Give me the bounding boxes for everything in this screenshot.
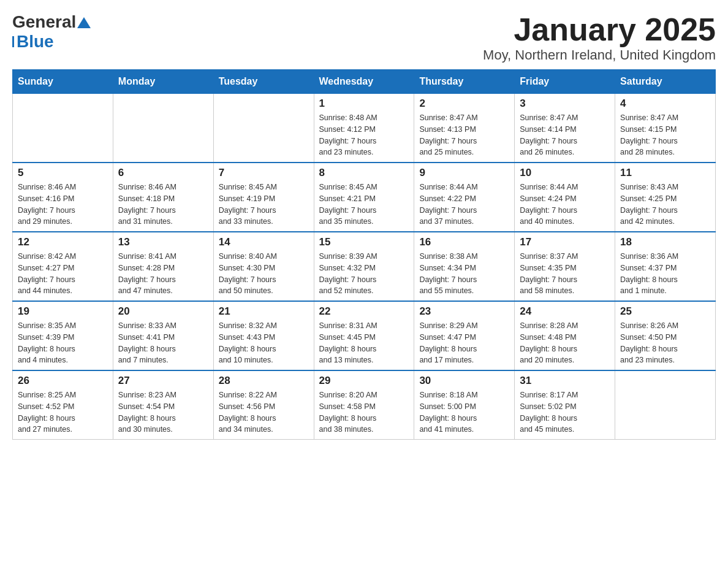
calendar-cell-w5-d7	[615, 370, 716, 440]
day-info: Sunrise: 8:18 AM Sunset: 5:00 PM Dayligh…	[419, 389, 509, 435]
day-number: 12	[18, 236, 108, 248]
calendar-cell-w5-d4: 29Sunrise: 8:20 AM Sunset: 4:58 PM Dayli…	[314, 370, 414, 440]
day-number: 14	[219, 236, 309, 248]
calendar-cell-w2-d7: 11Sunrise: 8:43 AM Sunset: 4:25 PM Dayli…	[615, 163, 716, 232]
title-block: January 2025 Moy, Northern Ireland, Unit…	[483, 12, 716, 63]
day-number: 16	[419, 236, 509, 248]
week-row-5: 26Sunrise: 8:25 AM Sunset: 4:52 PM Dayli…	[13, 370, 716, 440]
day-info: Sunrise: 8:28 AM Sunset: 4:48 PM Dayligh…	[520, 320, 610, 366]
calendar-table: SundayMondayTuesdayWednesdayThursdayFrid…	[12, 69, 716, 440]
day-number: 18	[620, 236, 710, 248]
day-info: Sunrise: 8:32 AM Sunset: 4:43 PM Dayligh…	[219, 320, 309, 366]
day-info: Sunrise: 8:20 AM Sunset: 4:58 PM Dayligh…	[319, 389, 409, 435]
calendar-cell-w3-d2: 13Sunrise: 8:41 AM Sunset: 4:28 PM Dayli…	[113, 232, 213, 301]
day-info: Sunrise: 8:25 AM Sunset: 4:52 PM Dayligh…	[18, 389, 108, 435]
calendar-cell-w3-d1: 12Sunrise: 8:42 AM Sunset: 4:27 PM Dayli…	[13, 232, 113, 301]
calendar-cell-w4-d2: 20Sunrise: 8:33 AM Sunset: 4:41 PM Dayli…	[113, 301, 213, 370]
day-number: 19	[18, 305, 108, 318]
day-info: Sunrise: 8:39 AM Sunset: 4:32 PM Dayligh…	[319, 251, 409, 297]
logo-name2: Blue	[17, 32, 54, 52]
day-info: Sunrise: 8:46 AM Sunset: 4:18 PM Dayligh…	[118, 182, 208, 228]
day-info: Sunrise: 8:22 AM Sunset: 4:56 PM Dayligh…	[219, 389, 309, 435]
calendar-header-row: SundayMondayTuesdayWednesdayThursdayFrid…	[13, 70, 716, 94]
week-row-1: 1Sunrise: 8:48 AM Sunset: 4:12 PM Daylig…	[13, 94, 716, 163]
day-info: Sunrise: 8:29 AM Sunset: 4:47 PM Dayligh…	[419, 320, 509, 366]
page-subtitle: Moy, Northern Ireland, United Kingdom	[483, 47, 716, 63]
calendar-cell-w2-d4: 8Sunrise: 8:45 AM Sunset: 4:21 PM Daylig…	[314, 163, 414, 232]
calendar-cell-w2-d3: 7Sunrise: 8:45 AM Sunset: 4:19 PM Daylig…	[213, 163, 314, 232]
calendar-header: SundayMondayTuesdayWednesdayThursdayFrid…	[13, 70, 716, 94]
svg-marker-0	[77, 17, 91, 28]
day-number: 17	[520, 236, 610, 248]
calendar-cell-w1-d2	[113, 94, 213, 163]
day-number: 30	[419, 375, 509, 387]
calendar-cell-w3-d7: 18Sunrise: 8:36 AM Sunset: 4:37 PM Dayli…	[615, 232, 716, 301]
calendar-cell-w4-d6: 24Sunrise: 8:28 AM Sunset: 4:48 PM Dayli…	[515, 301, 615, 370]
week-row-4: 19Sunrise: 8:35 AM Sunset: 4:39 PM Dayli…	[13, 301, 716, 370]
day-info: Sunrise: 8:42 AM Sunset: 4:27 PM Dayligh…	[18, 251, 108, 297]
day-number: 11	[620, 167, 710, 179]
day-number: 29	[319, 375, 409, 387]
day-info: Sunrise: 8:37 AM Sunset: 4:35 PM Dayligh…	[520, 251, 610, 297]
calendar-cell-w4-d4: 22Sunrise: 8:31 AM Sunset: 4:45 PM Dayli…	[314, 301, 414, 370]
day-number: 6	[118, 167, 208, 179]
col-header-thursday: Thursday	[414, 70, 515, 94]
calendar-cell-w5-d1: 26Sunrise: 8:25 AM Sunset: 4:52 PM Dayli…	[13, 370, 113, 440]
col-header-friday: Friday	[515, 70, 615, 94]
calendar-cell-w3-d6: 17Sunrise: 8:37 AM Sunset: 4:35 PM Dayli…	[515, 232, 615, 301]
calendar-cell-w1-d5: 2Sunrise: 8:47 AM Sunset: 4:13 PM Daylig…	[414, 94, 515, 163]
day-number: 4	[620, 98, 710, 110]
day-number: 21	[219, 305, 309, 318]
calendar-cell-w2-d1: 5Sunrise: 8:46 AM Sunset: 4:16 PM Daylig…	[13, 163, 113, 232]
calendar-cell-w1-d1	[13, 94, 113, 163]
calendar-cell-w5-d3: 28Sunrise: 8:22 AM Sunset: 4:56 PM Dayli…	[213, 370, 314, 440]
day-info: Sunrise: 8:44 AM Sunset: 4:24 PM Dayligh…	[520, 182, 610, 228]
calendar-cell-w1-d6: 3Sunrise: 8:47 AM Sunset: 4:14 PM Daylig…	[515, 94, 615, 163]
day-info: Sunrise: 8:26 AM Sunset: 4:50 PM Dayligh…	[620, 320, 710, 366]
day-info: Sunrise: 8:45 AM Sunset: 4:21 PM Dayligh…	[319, 182, 409, 228]
calendar-cell-w4-d7: 25Sunrise: 8:26 AM Sunset: 4:50 PM Dayli…	[615, 301, 716, 370]
calendar-cell-w3-d5: 16Sunrise: 8:38 AM Sunset: 4:34 PM Dayli…	[414, 232, 515, 301]
col-header-tuesday: Tuesday	[213, 70, 314, 94]
day-number: 27	[118, 375, 208, 387]
calendar-cell-w4-d3: 21Sunrise: 8:32 AM Sunset: 4:43 PM Dayli…	[213, 301, 314, 370]
col-header-sunday: Sunday	[13, 70, 113, 94]
calendar-cell-w2-d2: 6Sunrise: 8:46 AM Sunset: 4:18 PM Daylig…	[113, 163, 213, 232]
day-info: Sunrise: 8:46 AM Sunset: 4:16 PM Dayligh…	[18, 182, 108, 228]
calendar-cell-w2-d6: 10Sunrise: 8:44 AM Sunset: 4:24 PM Dayli…	[515, 163, 615, 232]
day-info: Sunrise: 8:41 AM Sunset: 4:28 PM Dayligh…	[118, 251, 208, 297]
day-number: 2	[419, 98, 509, 110]
logo-triangle-icon	[77, 17, 91, 28]
day-number: 13	[118, 236, 208, 248]
day-number: 28	[219, 375, 309, 387]
logo-name1: General	[12, 12, 76, 32]
day-info: Sunrise: 8:31 AM Sunset: 4:45 PM Dayligh…	[319, 320, 409, 366]
col-header-saturday: Saturday	[615, 70, 716, 94]
day-number: 10	[520, 167, 610, 179]
logo: General Blue	[12, 12, 91, 52]
calendar-cell-w4-d5: 23Sunrise: 8:29 AM Sunset: 4:47 PM Dayli…	[414, 301, 515, 370]
day-number: 15	[319, 236, 409, 248]
day-info: Sunrise: 8:48 AM Sunset: 4:12 PM Dayligh…	[319, 112, 409, 158]
calendar-cell-w1-d7: 4Sunrise: 8:47 AM Sunset: 4:15 PM Daylig…	[615, 94, 716, 163]
day-info: Sunrise: 8:40 AM Sunset: 4:30 PM Dayligh…	[219, 251, 309, 297]
day-info: Sunrise: 8:47 AM Sunset: 4:14 PM Dayligh…	[520, 112, 610, 158]
day-number: 20	[118, 305, 208, 318]
calendar-cell-w5-d6: 31Sunrise: 8:17 AM Sunset: 5:02 PM Dayli…	[515, 370, 615, 440]
day-number: 8	[319, 167, 409, 179]
day-number: 7	[219, 167, 309, 179]
day-info: Sunrise: 8:36 AM Sunset: 4:37 PM Dayligh…	[620, 251, 710, 297]
week-row-2: 5Sunrise: 8:46 AM Sunset: 4:16 PM Daylig…	[13, 163, 716, 232]
week-row-3: 12Sunrise: 8:42 AM Sunset: 4:27 PM Dayli…	[13, 232, 716, 301]
day-number: 9	[419, 167, 509, 179]
page-title: January 2025	[483, 12, 716, 47]
calendar-cell-w2-d5: 9Sunrise: 8:44 AM Sunset: 4:22 PM Daylig…	[414, 163, 515, 232]
day-number: 24	[520, 305, 610, 318]
calendar-cell-w3-d3: 14Sunrise: 8:40 AM Sunset: 4:30 PM Dayli…	[213, 232, 314, 301]
day-number: 25	[620, 305, 710, 318]
day-info: Sunrise: 8:45 AM Sunset: 4:19 PM Dayligh…	[219, 182, 309, 228]
calendar-cell-w5-d5: 30Sunrise: 8:18 AM Sunset: 5:00 PM Dayli…	[414, 370, 515, 440]
calendar-body: 1Sunrise: 8:48 AM Sunset: 4:12 PM Daylig…	[13, 94, 716, 440]
day-number: 3	[520, 98, 610, 110]
calendar-cell-w3-d4: 15Sunrise: 8:39 AM Sunset: 4:32 PM Dayli…	[314, 232, 414, 301]
